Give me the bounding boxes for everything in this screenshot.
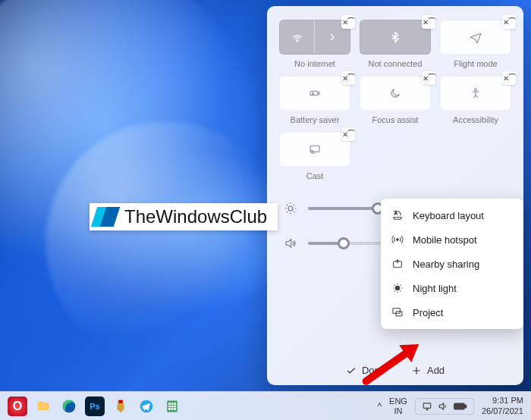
tile-label: Accessibility [453, 115, 498, 124]
taskbar-app-ccleaner[interactable] [111, 396, 130, 416]
svg-point-0 [297, 41, 297, 42]
tile-bluetooth[interactable]: ✕⁀ Not connected [360, 20, 431, 68]
tile-accessibility[interactable]: ✕⁀ Accessibility [440, 76, 511, 124]
unpin-icon[interactable]: ✕⁀ [422, 71, 435, 85]
tile-label: Cast [306, 171, 324, 180]
tile-wifi[interactable]: ✕⁀ No internet [279, 20, 350, 68]
svg-rect-16 [168, 403, 176, 410]
check-icon [346, 365, 357, 376]
taskbar-app-edge[interactable] [59, 396, 79, 416]
svg-rect-18 [454, 403, 465, 409]
add-label: Add [427, 365, 445, 376]
tray-system[interactable] [415, 398, 474, 415]
svg-rect-1 [310, 91, 318, 95]
svg-rect-17 [423, 403, 430, 407]
tray-language[interactable]: ENG IN [389, 396, 407, 415]
add-flyout-menu: A Keyboard layout Mobile hotspot Nearby … [381, 199, 523, 329]
watermark-text: TheWindowsClub [124, 206, 267, 227]
plus-icon [411, 365, 422, 376]
keyboard-icon: A [391, 209, 404, 221]
network-icon [422, 401, 432, 412]
unpin-icon[interactable]: ✕⁀ [502, 71, 516, 85]
taskbar-app-telegram[interactable] [137, 396, 156, 416]
menu-item-project[interactable]: Project [381, 300, 523, 324]
volume-icon [438, 401, 448, 412]
taskbar-app-spreadsheet[interactable] [162, 396, 182, 416]
share-icon [391, 258, 404, 270]
project-icon [391, 306, 404, 318]
speaker-icon [284, 237, 297, 250]
taskbar-app-photoshop[interactable]: Ps [85, 396, 105, 416]
tile-cast[interactable]: ✕⁀ Cast [279, 132, 350, 180]
taskbar-app-opera[interactable]: O [8, 396, 27, 416]
watermark-logo [94, 207, 120, 227]
svg-point-7 [397, 239, 399, 241]
tile-label: Battery saver [291, 115, 340, 124]
tile-label: No internet [294, 59, 335, 68]
svg-text:A: A [394, 211, 397, 215]
svg-point-3 [475, 89, 477, 91]
sun-icon [284, 202, 297, 215]
tile-focus-assist[interactable]: ✕⁀ Focus assist [360, 76, 431, 124]
svg-rect-13 [119, 400, 123, 403]
battery-icon [454, 402, 467, 411]
menu-item-keyboard-layout[interactable]: A Keyboard layout [381, 203, 523, 227]
tile-label: Focus assist [372, 115, 418, 124]
svg-point-5 [288, 206, 293, 211]
tile-label: Not connected [369, 59, 423, 68]
watermark: TheWindowsClub [90, 203, 278, 230]
tile-flight-mode[interactable]: ✕⁀ Flight mode [440, 20, 511, 68]
taskbar: O Ps ^ ENG IN 9:31 PM 26/07/2021 [0, 391, 531, 420]
taskbar-app-folder[interactable] [33, 396, 53, 416]
unpin-icon[interactable]: ✕⁀ [502, 15, 516, 29]
unpin-icon[interactable]: ✕⁀ [341, 127, 355, 141]
menu-item-nearby-sharing[interactable]: Nearby sharing [381, 252, 523, 276]
svg-rect-2 [319, 92, 319, 95]
unpin-icon[interactable]: ✕⁀ [341, 71, 355, 85]
add-button[interactable]: Add [411, 365, 445, 376]
nightlight-icon [391, 282, 404, 294]
menu-item-night-light[interactable]: Night light [381, 276, 523, 300]
tile-battery-saver[interactable]: ✕⁀ Battery saver [279, 76, 350, 124]
svg-point-9 [395, 286, 399, 290]
tray-chevron[interactable]: ^ [377, 401, 382, 412]
svg-rect-19 [465, 405, 467, 407]
tile-label: Flight mode [454, 59, 497, 68]
unpin-icon[interactable]: ✕⁀ [341, 15, 355, 29]
hotspot-icon [391, 234, 404, 246]
svg-rect-10 [393, 309, 400, 314]
tile-grid: ✕⁀ No internet ✕⁀ Not connected ✕⁀ Fligh… [279, 20, 511, 180]
menu-item-mobile-hotspot[interactable]: Mobile hotspot [381, 227, 523, 252]
svg-rect-4 [310, 146, 319, 152]
unpin-icon[interactable]: ✕⁀ [422, 15, 435, 29]
tray-clock[interactable]: 9:31 PM 26/07/2021 [482, 396, 523, 415]
